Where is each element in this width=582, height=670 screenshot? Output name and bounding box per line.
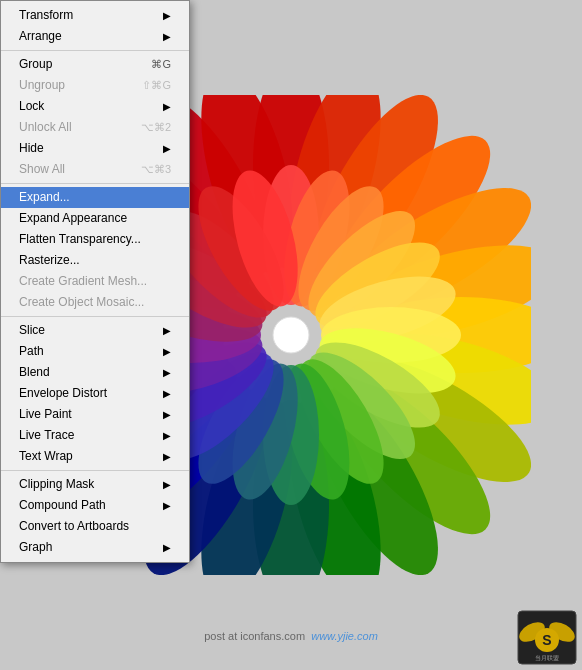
- menu-item-convert-to-artboards[interactable]: Convert to Artboards: [1, 516, 189, 537]
- separator: [1, 316, 189, 317]
- submenu-arrow: ▶: [163, 539, 171, 556]
- footer-site-text: www.yjie.com: [311, 630, 378, 642]
- submenu-arrow: ▶: [163, 476, 171, 493]
- submenu-arrow: ▶: [163, 322, 171, 339]
- menu-item-compound-path[interactable]: Compound Path ▶: [1, 495, 189, 516]
- menu-item-hide[interactable]: Hide ▶: [1, 138, 189, 159]
- separator: [1, 470, 189, 471]
- menu-item-rasterize[interactable]: Rasterize...: [1, 250, 189, 271]
- submenu-arrow: ▶: [163, 364, 171, 381]
- menu-item-envelope-distort[interactable]: Envelope Distort ▶: [1, 383, 189, 404]
- menu-item-ungroup[interactable]: Ungroup ⇧⌘G: [1, 75, 189, 96]
- submenu-arrow: ▶: [163, 385, 171, 402]
- menu-item-transform[interactable]: Transform ▶: [1, 5, 189, 26]
- menu-item-slice[interactable]: Slice ▶: [1, 320, 189, 341]
- menu-item-flatten-transparency[interactable]: Flatten Transparency...: [1, 229, 189, 250]
- menu-item-arrange[interactable]: Arrange ▶: [1, 26, 189, 47]
- submenu-arrow: ▶: [163, 343, 171, 360]
- menu-item-create-gradient-mesh[interactable]: Create Gradient Mesh...: [1, 271, 189, 292]
- menu-item-lock[interactable]: Lock ▶: [1, 96, 189, 117]
- svg-point-49: [281, 325, 301, 345]
- separator: [1, 50, 189, 51]
- submenu-arrow: ▶: [163, 448, 171, 465]
- submenu-arrow: ▶: [163, 7, 171, 24]
- submenu-arrow: ▶: [163, 427, 171, 444]
- submenu-arrow: ▶: [163, 497, 171, 514]
- submenu-arrow: ▶: [163, 406, 171, 423]
- svg-text:S: S: [542, 632, 551, 648]
- badge-svg: S 当月联盟: [517, 610, 577, 665]
- menu-item-blend[interactable]: Blend ▶: [1, 362, 189, 383]
- menu-item-live-trace[interactable]: Live Trace ▶: [1, 425, 189, 446]
- submenu-arrow: ▶: [163, 98, 171, 115]
- menu-item-expand-appearance[interactable]: Expand Appearance: [1, 208, 189, 229]
- menu-item-text-wrap[interactable]: Text Wrap ▶: [1, 446, 189, 467]
- submenu-arrow: ▶: [163, 140, 171, 157]
- watermark-badge: S 当月联盟: [517, 610, 577, 665]
- menu-item-graph[interactable]: Graph ▶: [1, 537, 189, 558]
- submenu-arrow: ▶: [163, 28, 171, 45]
- footer-post-text: post at iconfans.com www.yjie.com: [204, 630, 378, 642]
- separator: [1, 183, 189, 184]
- menu-item-expand[interactable]: Expand...: [1, 187, 189, 208]
- menu-item-create-object-mosaic[interactable]: Create Object Mosaic...: [1, 292, 189, 313]
- svg-text:当月联盟: 当月联盟: [535, 655, 559, 661]
- menu-item-live-paint[interactable]: Live Paint ▶: [1, 404, 189, 425]
- menu-item-path[interactable]: Path ▶: [1, 341, 189, 362]
- menu-item-group[interactable]: Group ⌘G: [1, 54, 189, 75]
- menu-item-unlock-all[interactable]: Unlock All ⌥⌘2: [1, 117, 189, 138]
- context-menu: Transform ▶ Arrange ▶ Group ⌘G Ungroup ⇧…: [0, 0, 190, 563]
- menu-item-show-all[interactable]: Show All ⌥⌘3: [1, 159, 189, 180]
- menu-item-clipping-mask[interactable]: Clipping Mask ▶: [1, 474, 189, 495]
